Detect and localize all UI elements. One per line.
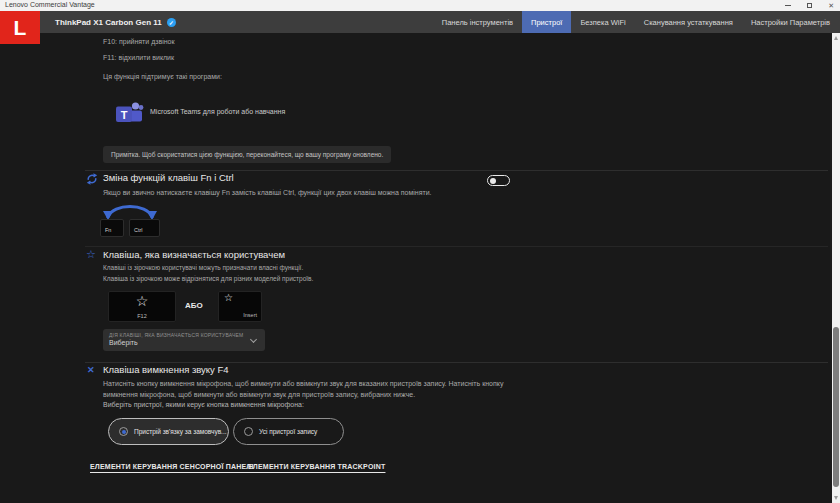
nav-item-wifi-security[interactable]: Безпека WiFi — [571, 11, 634, 33]
nav-item-devices[interactable]: Пристрої — [522, 11, 571, 33]
star-key-f12: ☆ F12 — [108, 291, 176, 322]
nav-item-settings[interactable]: Настройки Параметрів — [742, 11, 839, 33]
radio-unselected-icon — [244, 427, 253, 436]
top-nav: Панель інструментів Пристрої Безпека WiF… — [433, 11, 839, 33]
vertical-scrollbar[interactable] — [832, 33, 840, 503]
swap-arrow-icon — [101, 201, 159, 220]
note-box: Примітка. Щоб скористатися цією функцією… — [103, 146, 391, 163]
f10-hint-text: F10: прийняти дзвінок — [103, 38, 175, 45]
user-key-description-1: Клавіші із зірочкою користувачі можуть п… — [103, 264, 303, 271]
toggle-knob — [490, 178, 496, 184]
nav-item-hardware-scan[interactable]: Сканування устаткування — [635, 11, 742, 33]
scroll-down-icon[interactable] — [834, 496, 838, 500]
trackpoint-controls-link[interactable]: ЕЛЕМЕНТИ КЕРУВАННЯ TRACKPOINT — [248, 463, 385, 470]
radio-option-label: Пристрій зв'язку за замовчув... — [134, 428, 227, 435]
fn-keycap: Fn — [100, 219, 124, 237]
radio-all-recording-devices[interactable]: Усі пристрої запису — [233, 418, 344, 445]
scroll-up-icon[interactable] — [834, 36, 838, 40]
mute-device-prompt: Виберіть пристрої, якими керує кнопка ви… — [103, 401, 304, 408]
radio-option-label: Усі пристрої запису — [259, 428, 317, 435]
ctrl-keycap: Ctrl — [129, 219, 160, 237]
close-icon[interactable]: ✕ — [828, 0, 834, 11]
star-icon: ☆ — [86, 249, 96, 260]
f11-hint-text: F11: відхилити виклик — [103, 54, 174, 61]
window-titlebar: Lenovo Commercial Vantage ✕ — [0, 0, 840, 11]
section-divider — [85, 170, 828, 171]
mute-key-section-title: Клавіша вимкнення звуку F4 — [103, 364, 229, 375]
user-key-description-2: Клавіша із зірочкою може відрізнятися дл… — [103, 275, 313, 282]
minimize-icon[interactable] — [785, 5, 791, 6]
device-name: ThinkPad X1 Carbon Gen 11 — [55, 18, 162, 27]
window-title: Lenovo Commercial Vantage — [5, 1, 95, 8]
star-key-insert-label: Insert — [243, 312, 257, 318]
user-key-action-dropdown[interactable]: ДІЯ КЛАВІШІ, ЯКА ВИЗНАЧАЄТЬСЯ КОРИСТУВАЧ… — [103, 329, 265, 351]
star-key-icon: ☆ — [224, 292, 233, 303]
mute-x-icon: ✕ — [87, 366, 95, 375]
dropdown-label: ДІЯ КЛАВІШІ, ЯКА ВИЗНАЧАЄТЬСЯ КОРИСТУВАЧ… — [109, 332, 259, 338]
microsoft-teams-icon: T — [113, 98, 145, 130]
touchpad-controls-link[interactable]: ЕЛЕМЕНТИ КЕРУВАННЯ СЕНСОРНОЇ ПАНЕЛІ — [90, 463, 254, 470]
radio-default-communication-device[interactable]: Пристрій зв'язку за замовчув... — [108, 418, 229, 445]
verified-badge-icon: ✓ — [167, 18, 176, 27]
star-key-f12-label: F12 — [109, 313, 175, 319]
radio-selected-icon — [119, 427, 128, 436]
section-divider — [85, 362, 828, 363]
fn-ctrl-description: Якщо ви звично натискаєте клавішу Fn зам… — [103, 189, 432, 196]
or-label: АБО — [185, 301, 203, 310]
section-divider — [85, 246, 828, 247]
swap-sync-icon — [86, 173, 98, 185]
scrollbar-thumb[interactable] — [833, 327, 839, 487]
fn-ctrl-toggle[interactable] — [487, 175, 510, 186]
user-key-section-title: Клавіша, яка визначається користувачем — [103, 249, 285, 260]
star-key-icon: ☆ — [109, 293, 175, 309]
mute-key-description: Натисніть кнопку вимкнення мікрофона, що… — [103, 378, 527, 400]
device-name-row: ThinkPad X1 Carbon Gen 11 ✓ — [55, 11, 176, 33]
star-key-insert: ☆ Insert — [218, 291, 262, 322]
supported-apps-text: Ця функція підтримує такі програми: — [103, 73, 222, 80]
teams-app-label: Microsoft Teams для роботи або навчання — [150, 108, 285, 115]
restore-icon[interactable] — [807, 3, 812, 8]
window-controls: ✕ — [785, 0, 834, 11]
svg-text:T: T — [121, 109, 128, 121]
dropdown-selected-value: Виберіть — [109, 339, 259, 346]
nav-item-dashboard[interactable]: Панель інструментів — [433, 11, 522, 33]
fn-ctrl-section-title: Зміна функцій клавіш Fn і Ctrl — [103, 172, 234, 183]
lenovo-logo: L — [0, 11, 40, 44]
